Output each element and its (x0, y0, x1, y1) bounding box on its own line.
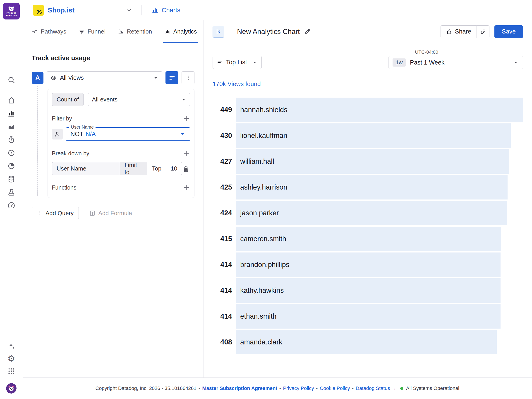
caret-down-icon (153, 75, 158, 81)
toplist-value: 414 (204, 304, 236, 329)
toplist-category: william.hall (236, 157, 274, 165)
source-select[interactable]: All Views (47, 71, 162, 84)
caret-down-icon (252, 60, 257, 65)
charts-icon (152, 7, 158, 13)
toplist-bar-area: lionel.kauffman (236, 123, 523, 148)
pie-chart-icon[interactable] (7, 162, 15, 170)
chevron-down-icon (126, 7, 133, 13)
save-button[interactable]: Save (494, 25, 523, 38)
count-of-chip[interactable]: Count of (52, 93, 83, 106)
footer-separator: - (279, 386, 281, 391)
chart-header: New Analytics Chart Share Save (204, 20, 532, 43)
toplist-row[interactable]: 408amanda.clark (204, 330, 523, 355)
filter-by-label: Filter by (52, 115, 72, 122)
tab-analytics[interactable]: Analytics (164, 20, 197, 43)
tab-funnel[interactable]: Funnel (79, 20, 106, 43)
limit-to-chip[interactable]: Limit to (120, 162, 147, 175)
events-select-value: All events (92, 96, 118, 103)
link-icon (480, 29, 486, 35)
toplist-row[interactable]: 415cameron.smith (204, 227, 523, 251)
time-range-select[interactable]: 1w Past 1 Week (388, 56, 523, 69)
timer-icon[interactable] (7, 136, 15, 144)
toplist-bar[interactable]: hannah.shields (236, 98, 523, 122)
footer-separator: - (316, 386, 318, 391)
apps-grid-icon[interactable] (7, 367, 15, 375)
footer-separator: - (352, 386, 354, 391)
toplist-value: 430 (204, 123, 236, 148)
status-dot (400, 387, 403, 390)
share-icon (446, 29, 452, 35)
toplist-bar[interactable]: ashley.harrison (236, 175, 507, 200)
chart-title: New Analytics Chart (237, 28, 300, 36)
toplist-row[interactable]: 414brandon.phillips (204, 253, 523, 277)
footer-link[interactable]: Master Subscription Agreement (202, 386, 277, 391)
toplist-bar[interactable]: william.hall (236, 149, 509, 174)
toplist-row[interactable]: 425ashley.harrison (204, 175, 523, 200)
area-chart-icon[interactable] (7, 123, 15, 130)
add-filter-button[interactable] (183, 114, 190, 122)
toplist-row[interactable]: 414kathy.hawkins (204, 278, 523, 303)
events-select[interactable]: All events (88, 93, 190, 106)
footer-status: All Systems Operational (406, 386, 459, 391)
share-button[interactable]: Share (441, 25, 477, 38)
toplist-bar[interactable]: cameron.smith (236, 227, 501, 251)
add-breakdown-button[interactable] (183, 149, 190, 157)
results-count-link[interactable]: 170k Views found (213, 81, 261, 88)
filter-value-select[interactable]: User Name NOT N/A (66, 127, 190, 141)
footer-link[interactable]: Privacy Policy (283, 386, 314, 391)
trash-icon[interactable] (182, 165, 190, 173)
tab-retention[interactable]: Retention (118, 20, 152, 43)
search-icon[interactable] (7, 76, 15, 84)
sparkles-icon[interactable] (7, 342, 15, 350)
limit-value-input[interactable]: 10 (166, 162, 182, 175)
user-avatar[interactable] (6, 383, 17, 393)
add-function-button[interactable] (183, 184, 190, 191)
gauge-icon[interactable] (7, 202, 15, 209)
toplist-bar-area: jason.parker (236, 201, 523, 225)
top-list-icon (217, 60, 223, 65)
query-options-button[interactable] (182, 71, 195, 84)
footer-link[interactable]: Cookie Policy (320, 386, 350, 391)
toplist-bar[interactable]: ethan.smith (236, 304, 500, 329)
edit-title-pencil-icon[interactable] (304, 28, 310, 35)
toplist-value: 408 (204, 330, 236, 355)
flask-icon[interactable] (7, 188, 15, 196)
toplist-bar[interactable]: jason.parker (236, 201, 507, 225)
filter-button[interactable] (165, 71, 178, 84)
tab-pathways[interactable]: Pathways (32, 20, 66, 43)
toplist-bar[interactable]: brandon.phillips (236, 253, 500, 277)
copy-link-button[interactable] (477, 25, 489, 38)
gear-icon[interactable]: ⚙ (7, 355, 15, 362)
app-selector[interactable]: JS Shop.ist (33, 5, 133, 16)
bar-chart-icon[interactable] (7, 110, 15, 117)
range-value: Past 1 Week (410, 59, 445, 66)
breakdown-row: User Name Limit to Top 10 (52, 162, 190, 175)
nav-charts[interactable]: Charts (152, 6, 180, 14)
add-formula-button[interactable]: Add Formula (89, 210, 132, 217)
toplist-row[interactable]: 414ethan.smith (204, 304, 523, 329)
source-select-value: All Views (60, 74, 84, 81)
top-toggle[interactable]: Top (147, 162, 166, 175)
range-badge: 1w (393, 58, 406, 67)
product-analytics-logo[interactable]: PRODUCTANALYTICS (3, 3, 20, 19)
javascript-app-icon: JS (33, 5, 44, 16)
database-icon[interactable] (7, 175, 15, 183)
user-attribute-chip[interactable] (52, 129, 63, 139)
visualization-select[interactable]: Top List (213, 56, 262, 69)
home-icon[interactable] (7, 96, 15, 104)
logo-text: PRODUCTANALYTICS (6, 12, 17, 16)
footer-link[interactable]: Datadog Status → (356, 386, 396, 391)
play-icon[interactable] (7, 149, 15, 157)
collapse-panel-button[interactable] (213, 26, 224, 38)
toplist-row[interactable]: 449hannah.shields (204, 98, 523, 122)
toplist-bar[interactable]: amanda.clark (236, 330, 497, 355)
toplist-category: cameron.smith (236, 235, 286, 243)
breakdown-field[interactable]: User Name (52, 162, 120, 175)
toplist-row[interactable]: 430lionel.kauffman (204, 123, 523, 148)
toplist-bar[interactable]: lionel.kauffman (236, 123, 511, 148)
add-query-button[interactable]: Add Query (32, 207, 79, 219)
toplist-row[interactable]: 424jason.parker (204, 201, 523, 225)
toplist-bar[interactable]: kathy.hawkins (236, 278, 500, 303)
toplist-row[interactable]: 427william.hall (204, 149, 523, 174)
pathways-icon (32, 29, 38, 35)
